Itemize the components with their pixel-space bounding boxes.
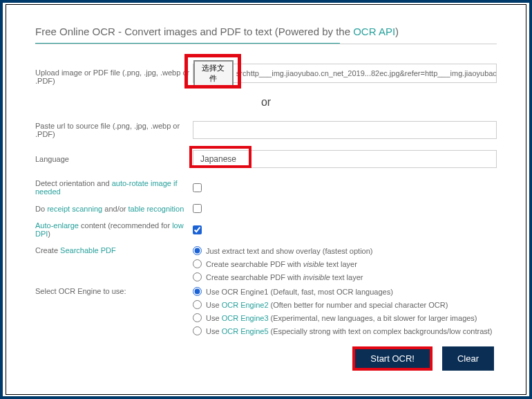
engine3-link[interactable]: OCR Engine3 bbox=[222, 314, 269, 322]
orientation-label: Detect orientation and auto-rotate image… bbox=[35, 179, 193, 196]
engine2-link[interactable]: OCR Engine2 bbox=[222, 301, 269, 309]
receipt-label: Do receipt scanning and/or table recogni… bbox=[35, 205, 193, 213]
highlight-start: Start OCR! bbox=[352, 346, 433, 371]
engine5-link[interactable]: OCR Engine5 bbox=[222, 327, 269, 335]
pdf-label: Create Searchable PDF bbox=[35, 246, 193, 254]
language-row: Language Japanese bbox=[35, 150, 497, 168]
pdf-opt1[interactable]: Just extract text and show overlay (fast… bbox=[193, 246, 373, 255]
orientation-checkbox[interactable] bbox=[193, 183, 202, 192]
enlarge-row: Auto-enlarge content (recommended for lo… bbox=[35, 221, 497, 238]
orientation-row: Detect orientation and auto-rotate image… bbox=[35, 179, 497, 196]
auto-enlarge-link[interactable]: Auto-enlarge bbox=[35, 221, 79, 230]
engine1[interactable]: Use OCR Engine1 (Default, fast, most OCR… bbox=[193, 287, 493, 296]
enlarge-checkbox[interactable] bbox=[193, 225, 202, 234]
language-select[interactable]: Japanese bbox=[193, 150, 497, 168]
pdf-radio-visible[interactable] bbox=[193, 259, 202, 268]
language-label: Language bbox=[35, 155, 193, 163]
pdf-opt3[interactable]: Create searchable PDF with invisible tex… bbox=[193, 272, 373, 281]
pdf-opt2[interactable]: Create searchable PDF with visible text … bbox=[193, 259, 373, 268]
enlarge-label: Auto-enlarge content (recommended for lo… bbox=[35, 221, 193, 238]
receipt-checkbox[interactable] bbox=[193, 204, 202, 213]
or-divider: or bbox=[35, 96, 497, 109]
chosen-filename: srchttp___img.jiaoyubao.cn_net_2019...82… bbox=[234, 69, 496, 77]
engine5[interactable]: Use OCR Engine5 (Especially strong with … bbox=[193, 326, 493, 335]
pdf-radio-invisible[interactable] bbox=[193, 272, 202, 281]
engine2[interactable]: Use OCR Engine2 (Often better for number… bbox=[193, 300, 493, 309]
receipt-row: Do receipt scanning and/or table recogni… bbox=[35, 204, 497, 213]
pdf-radio-extract[interactable] bbox=[193, 246, 202, 255]
receipt-scanning-link[interactable]: receipt scanning bbox=[47, 205, 102, 213]
clear-button[interactable]: Clear bbox=[442, 346, 494, 371]
engine-options: Use OCR Engine1 (Default, fast, most OCR… bbox=[193, 287, 493, 335]
engine5-radio[interactable] bbox=[193, 326, 202, 335]
engine3[interactable]: Use OCR Engine3 (Experimental, new langu… bbox=[193, 313, 493, 322]
start-ocr-button[interactable]: Start OCR! bbox=[355, 349, 430, 368]
choose-file-button[interactable]: 选择文件 bbox=[193, 60, 234, 86]
ocr-api-link[interactable]: OCR API bbox=[353, 26, 395, 37]
upload-label: Upload image or PDF file (.png, .jpg, .w… bbox=[35, 64, 193, 85]
engine1-radio[interactable] bbox=[193, 287, 202, 296]
pdf-options: Just extract text and show overlay (fast… bbox=[193, 246, 373, 281]
paste-row: Paste url to source file (.png, .jpg, .w… bbox=[35, 121, 497, 139]
paste-url-input[interactable] bbox=[193, 121, 497, 139]
engine-row: Select OCR Engine to use: Use OCR Engine… bbox=[35, 287, 497, 335]
table-recognition-link[interactable]: table recognition bbox=[129, 205, 184, 213]
searchable-pdf-link[interactable]: Searchable PDF bbox=[60, 246, 116, 254]
engine-label: Select OCR Engine to use: bbox=[35, 287, 193, 295]
engine3-radio[interactable] bbox=[193, 313, 202, 322]
paste-label: Paste url to source file (.png, .jpg, .w… bbox=[35, 122, 193, 138]
title-rule-gray bbox=[35, 44, 497, 44]
page-title: Free Online OCR - Convert images and PDF… bbox=[35, 26, 497, 37]
pdf-row: Create Searchable PDF Just extract text … bbox=[35, 246, 497, 281]
upload-row: Upload image or PDF file (.png, .jpg, .w… bbox=[35, 64, 497, 85]
action-buttons: Start OCR! Clear bbox=[35, 346, 497, 371]
file-input-wrap[interactable]: 选择文件 srchttp___img.jiaoyubao.cn_net_2019… bbox=[193, 64, 497, 83]
engine2-radio[interactable] bbox=[193, 300, 202, 309]
title-prefix: Free Online OCR - Convert images and PDF… bbox=[35, 26, 353, 37]
title-suffix: ) bbox=[395, 26, 399, 37]
